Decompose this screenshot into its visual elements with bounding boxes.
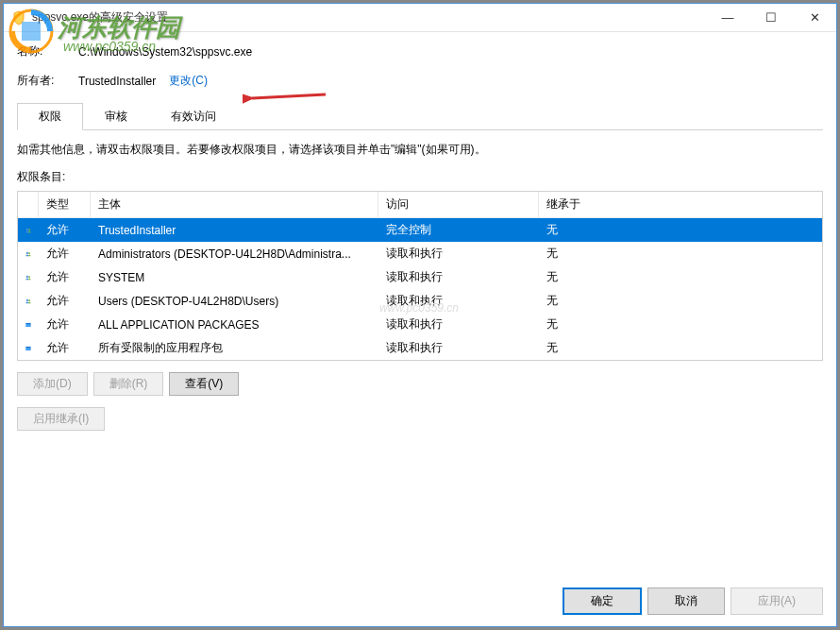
cell-inherited: 无 (539, 315, 822, 334)
info-text: 如需其他信息，请双击权限项目。若要修改权限项目，请选择该项目并单击"编辑"(如果… (17, 142, 823, 158)
col-type[interactable]: 类型 (39, 192, 91, 217)
remove-button: 删除(R) (93, 372, 164, 396)
cell-inherited: 无 (539, 291, 822, 311)
cell-access: 读取和执行 (378, 267, 539, 287)
svg-rect-13 (26, 323, 31, 324)
table-row[interactable]: 允许Administrators (DESKTOP-U4L2H8D\Admini… (18, 242, 822, 265)
cell-type: 允许 (39, 315, 91, 334)
package-icon (18, 315, 39, 334)
tab-effective-access[interactable]: 有效访问 (149, 103, 238, 130)
cell-principal: TrustedInstaller (91, 222, 378, 239)
minimize-button[interactable]: — (706, 4, 749, 31)
table-row[interactable]: 允许Users (DESKTOP-U4L2H8D\Users)读取和执行无 (18, 289, 822, 313)
svg-point-5 (28, 229, 30, 230)
svg-point-7 (28, 252, 30, 254)
dialog-footer: 确定 取消 应用(A) (563, 587, 823, 615)
close-button[interactable]: ✕ (793, 4, 836, 31)
users-icon (18, 292, 39, 311)
cell-principal: 所有受限制的应用程序包 (91, 338, 378, 358)
titlebar: sppsvc.exe的高级安全设置 — ☐ ✕ (4, 4, 836, 32)
cell-type: 允许 (39, 244, 91, 264)
table-row[interactable]: 允许TrustedInstaller完全控制无 (18, 218, 822, 242)
shield-icon (11, 10, 26, 26)
add-button: 添加(D) (17, 372, 88, 396)
cell-access: 读取和执行 (378, 291, 539, 311)
cell-inherited: 无 (539, 338, 822, 358)
svg-point-10 (26, 298, 28, 300)
cell-type: 允许 (39, 291, 91, 311)
cell-type: 允许 (39, 267, 91, 287)
permissions-label: 权限条目: (17, 169, 823, 185)
change-owner-link[interactable]: 更改(C) (169, 73, 208, 89)
advanced-security-dialog: 河东软件园 www.pc0359.cn sppsvc.exe的高级安全设置 — … (3, 3, 837, 627)
col-inherited[interactable]: 继承于 (539, 192, 822, 217)
name-value: C:\Windows\System32\sppsvc.exe (78, 45, 252, 59)
col-principal[interactable]: 主体 (91, 192, 378, 217)
ok-button[interactable]: 确定 (563, 587, 642, 615)
cell-type: 允许 (39, 220, 91, 240)
cell-access: 完全控制 (378, 220, 539, 240)
tab-permissions[interactable]: 权限 (17, 103, 83, 130)
cell-principal: ALL APPLICATION PACKAGES (91, 316, 378, 333)
cell-inherited: 无 (539, 267, 822, 287)
package-icon (18, 339, 39, 358)
view-button[interactable]: 查看(V) (169, 372, 239, 396)
svg-rect-15 (26, 347, 31, 348)
name-label: 名称: (17, 43, 78, 60)
users-icon (18, 245, 39, 264)
users-icon (18, 221, 39, 240)
svg-point-6 (26, 251, 28, 253)
maximize-button[interactable]: ☐ (749, 4, 793, 31)
window-title: sppsvc.exe的高级安全设置 (32, 9, 706, 26)
users-icon (18, 268, 39, 287)
table-row[interactable]: 允许SYSTEM读取和执行无 (18, 265, 822, 289)
owner-value: TrustedInstaller (78, 75, 156, 88)
enable-inherit-button: 启用继承(I) (17, 407, 105, 431)
cell-type: 允许 (39, 338, 91, 358)
permissions-table: 类型 主体 访问 继承于 允许TrustedInstaller完全控制无允许Ad… (17, 191, 823, 361)
tab-strip: 权限 审核 有效访问 (17, 102, 823, 130)
svg-point-4 (26, 228, 28, 230)
cell-principal: Administrators (DESKTOP-U4L2H8D\Administ… (91, 246, 378, 263)
cell-access: 读取和执行 (378, 244, 539, 264)
table-row[interactable]: 允许ALL APPLICATION PACKAGES读取和执行无 (18, 313, 822, 336)
cell-inherited: 无 (539, 244, 822, 264)
cell-principal: SYSTEM (91, 269, 378, 286)
cell-access: 读取和执行 (378, 315, 539, 334)
svg-point-11 (28, 299, 30, 301)
owner-label: 所有者: (17, 73, 78, 89)
svg-point-8 (26, 275, 28, 277)
cell-principal: Users (DESKTOP-U4L2H8D\Users) (91, 293, 378, 310)
cancel-button[interactable]: 取消 (647, 587, 725, 615)
svg-point-9 (28, 276, 30, 278)
cell-inherited: 无 (539, 220, 822, 240)
svg-line-3 (252, 94, 326, 98)
table-row[interactable]: 允许所有受限制的应用程序包读取和执行无 (18, 336, 822, 360)
table-header: 类型 主体 访问 继承于 (18, 192, 822, 218)
cell-access: 读取和执行 (378, 338, 539, 358)
col-access[interactable]: 访问 (378, 192, 539, 217)
apply-button: 应用(A) (731, 587, 823, 615)
tab-audit[interactable]: 审核 (83, 103, 149, 130)
